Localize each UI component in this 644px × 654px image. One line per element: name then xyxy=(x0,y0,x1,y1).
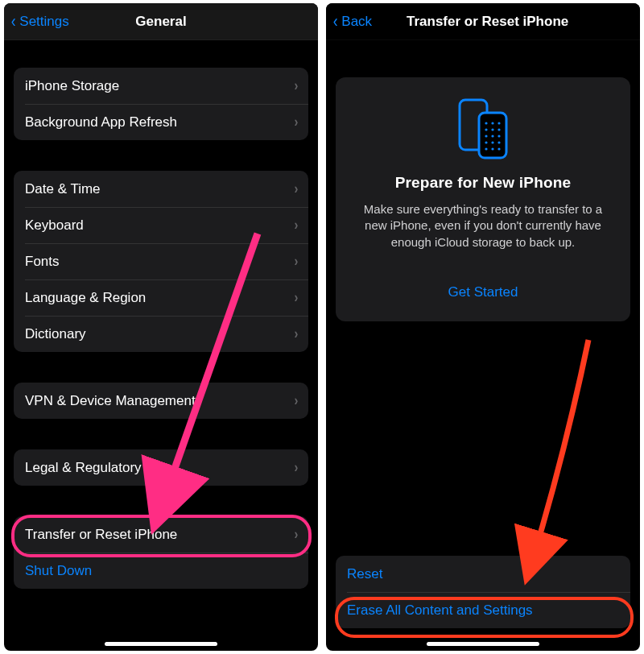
nav-bar: ‹ Settings General xyxy=(4,3,318,40)
chevron-right-icon: › xyxy=(295,325,299,342)
row-fonts[interactable]: Fonts › xyxy=(14,243,308,279)
svg-point-6 xyxy=(491,128,493,130)
two-iphones-icon xyxy=(352,97,614,159)
chevron-right-icon: › xyxy=(295,526,299,543)
nav-bar: ‹ Back Transfer or Reset iPhone xyxy=(326,3,640,40)
back-button[interactable]: ‹ Settings xyxy=(10,3,69,39)
row-label: Keyboard xyxy=(25,217,84,234)
chevron-right-icon: › xyxy=(295,114,299,130)
chevron-left-icon: ‹ xyxy=(11,13,16,31)
home-indicator[interactable] xyxy=(105,642,217,646)
chevron-right-icon: › xyxy=(295,289,299,306)
row-label: Date & Time xyxy=(25,181,101,197)
row-label: iPhone Storage xyxy=(25,78,119,94)
svg-point-15 xyxy=(491,147,493,150)
svg-point-7 xyxy=(497,128,500,130)
settings-group-storage: iPhone Storage › Background App Refresh … xyxy=(14,68,308,140)
settings-group-legal: Legal & Regulatory › xyxy=(14,449,308,486)
row-legal-regulatory[interactable]: Legal & Regulatory › xyxy=(14,449,308,486)
row-label: Reset xyxy=(347,566,382,582)
chevron-right-icon: › xyxy=(295,253,299,270)
back-button[interactable]: ‹ Back xyxy=(332,3,372,39)
get-started-button[interactable]: Get Started xyxy=(352,284,614,300)
reset-options-group: Reset Erase All Content and Settings xyxy=(336,556,630,628)
chevron-right-icon: › xyxy=(295,392,299,409)
svg-point-10 xyxy=(497,135,500,137)
row-shut-down[interactable]: Shut Down xyxy=(14,553,308,589)
svg-point-8 xyxy=(485,135,487,137)
svg-point-4 xyxy=(497,122,500,124)
svg-point-12 xyxy=(491,141,493,143)
settings-group-system: Date & Time › Keyboard › Fonts › Languag… xyxy=(14,171,308,352)
chevron-right-icon: › xyxy=(295,180,299,197)
row-background-app-refresh[interactable]: Background App Refresh › xyxy=(14,104,308,140)
svg-point-14 xyxy=(485,147,487,150)
row-label: VPN & Device Management xyxy=(25,393,196,409)
chevron-right-icon: › xyxy=(295,77,299,94)
svg-point-3 xyxy=(491,122,493,124)
svg-point-2 xyxy=(485,122,487,124)
row-vpn-device-management[interactable]: VPN & Device Management › xyxy=(14,383,308,419)
settings-group-vpn: VPN & Device Management › xyxy=(14,383,308,419)
back-label: Back xyxy=(341,14,372,30)
back-label: Settings xyxy=(19,14,68,30)
row-reset[interactable]: Reset xyxy=(336,556,630,592)
row-dictionary[interactable]: Dictionary › xyxy=(14,316,308,352)
chevron-left-icon: ‹ xyxy=(333,13,338,31)
svg-point-5 xyxy=(485,128,487,130)
svg-point-9 xyxy=(491,135,493,137)
row-date-time[interactable]: Date & Time › xyxy=(14,171,308,207)
row-label: Language & Region xyxy=(25,290,146,306)
prepare-body: Make sure everything's ready to transfer… xyxy=(352,201,614,250)
row-language-region[interactable]: Language & Region › xyxy=(14,279,308,316)
chevron-right-icon: › xyxy=(295,217,299,234)
row-iphone-storage[interactable]: iPhone Storage › xyxy=(14,68,308,104)
row-keyboard[interactable]: Keyboard › xyxy=(14,207,308,243)
right-screenshot: ‹ Back Transfer or Reset iPhone xyxy=(326,3,640,651)
prepare-card: Prepare for New iPhone Make sure everyth… xyxy=(336,77,630,321)
left-screenshot: ‹ Settings General iPhone Storage › Back… xyxy=(4,3,318,651)
row-erase-all[interactable]: Erase All Content and Settings xyxy=(336,592,630,628)
svg-point-13 xyxy=(497,141,500,143)
row-label: Fonts xyxy=(25,254,60,270)
settings-group-reset: Transfer or Reset iPhone › Shut Down xyxy=(14,516,308,589)
page-title: Transfer or Reset iPhone xyxy=(407,14,629,30)
row-label: Transfer or Reset iPhone xyxy=(25,527,177,543)
row-transfer-or-reset[interactable]: Transfer or Reset iPhone › xyxy=(14,516,308,553)
row-label: Legal & Regulatory xyxy=(25,460,142,476)
prepare-title: Prepare for New iPhone xyxy=(352,174,614,192)
row-label: Dictionary xyxy=(25,326,86,342)
svg-point-11 xyxy=(485,141,487,143)
row-label: Background App Refresh xyxy=(25,114,177,130)
page-title: General xyxy=(135,14,186,30)
svg-point-16 xyxy=(497,147,500,150)
chevron-right-icon: › xyxy=(295,459,299,476)
home-indicator[interactable] xyxy=(427,642,539,646)
row-label: Erase All Content and Settings xyxy=(347,602,533,619)
row-label: Shut Down xyxy=(25,563,92,579)
